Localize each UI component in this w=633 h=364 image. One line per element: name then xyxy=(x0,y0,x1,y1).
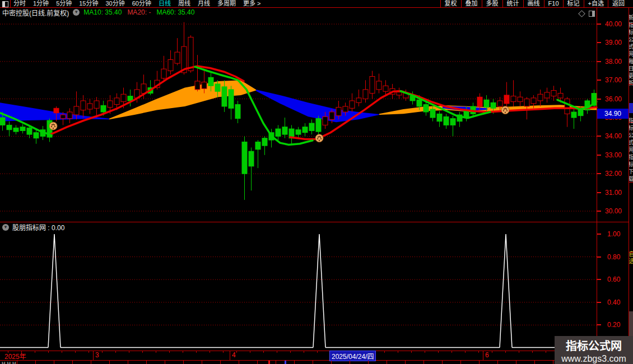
tab-6[interactable]: 日线 xyxy=(159,0,171,7)
date-tick xyxy=(129,351,129,353)
date-tick xyxy=(89,351,89,353)
toolbar-button-7[interactable]: +自选 xyxy=(584,0,608,7)
date-tick xyxy=(156,351,156,353)
date-tick xyxy=(102,351,103,353)
trading-app-window: 分时1分钟5分钟15分钟30分钟60分钟日线周线月线多周期更多 > 复权叠加多股… xyxy=(0,0,633,364)
toolbar-button-8[interactable]: 返回 xyxy=(608,0,629,7)
sub-axis-tick xyxy=(597,302,601,303)
date-tick xyxy=(478,351,479,353)
toolbar-button-0[interactable]: 复权 xyxy=(440,0,461,7)
sub-axis-tick xyxy=(597,279,601,280)
chevron-down-icon[interactable]: ▼ xyxy=(2,224,9,231)
main-axis-tick xyxy=(597,211,601,212)
date-tick xyxy=(438,351,439,353)
main-axis-tick xyxy=(597,136,601,137)
bottom-row-separator xyxy=(109,361,110,364)
bottom-row-separator xyxy=(276,361,276,364)
sub-axis-tick xyxy=(597,256,601,258)
tab-5[interactable]: 60分钟 xyxy=(132,0,151,7)
tab-9[interactable]: 多周期 xyxy=(217,0,236,7)
toolbar-button-3[interactable]: 统计 xyxy=(502,0,523,7)
diamond-icon[interactable] xyxy=(578,10,585,17)
panel-separator[interactable] xyxy=(0,222,629,222)
sub-panel-header: ▼ 股朋指标网 : 0.00 xyxy=(2,223,64,231)
bottom-row-separator xyxy=(460,361,461,364)
main-axis-label: 34.00 xyxy=(605,132,622,140)
date-highlight-box: 2025/04/24/四 xyxy=(329,351,376,361)
bottom-row-separator xyxy=(350,361,350,364)
date-label-4: 6 xyxy=(485,351,489,359)
tab-10[interactable]: 更多 > xyxy=(243,0,260,7)
date-axis: 2025年342025/04/24/四6 xyxy=(0,351,629,360)
tab-1[interactable]: 1分钟 xyxy=(33,0,49,7)
date-tick xyxy=(384,351,385,353)
tab-0[interactable]: 分时 xyxy=(13,0,26,7)
ma-value-2: MA60: 35.40 xyxy=(156,8,194,16)
sub-axis-tick xyxy=(597,324,601,325)
clipped-yellow-text: 自选 xyxy=(629,251,633,265)
main-axis-label: 37.00 xyxy=(605,76,622,84)
main-axis-label: 36.00 xyxy=(605,95,622,103)
date-tick xyxy=(519,351,519,353)
bottom-row-separator xyxy=(368,361,369,364)
bottom-row-separator xyxy=(387,361,387,364)
date-tick xyxy=(452,351,452,353)
bottom-partial-row: HHH xyxy=(0,361,629,364)
bottom-row-separator xyxy=(553,361,553,364)
window-layout-icon[interactable] xyxy=(2,1,8,7)
date-tick xyxy=(35,351,35,353)
tab-8[interactable]: 月线 xyxy=(198,0,210,7)
chart-canvas[interactable] xyxy=(0,0,633,364)
tab-3[interactable]: 15分钟 xyxy=(79,0,98,7)
main-axis-tick xyxy=(597,80,601,81)
toolbar-button-2[interactable]: 多股 xyxy=(482,0,502,7)
split-panel-icon[interactable] xyxy=(589,11,595,17)
bottom-row-separator xyxy=(91,361,91,364)
clipped-vertical-text: 新指标公式网每日更新 xyxy=(629,15,633,87)
sub-axis-label: 0.40 xyxy=(607,298,620,306)
bottom-row-separator xyxy=(442,361,443,364)
date-tick xyxy=(196,351,197,353)
bottom-row-separator xyxy=(128,361,128,364)
date-tick xyxy=(532,351,533,353)
date-tick xyxy=(398,351,398,353)
bottom-row-separator xyxy=(54,361,54,364)
main-axis-label: 33.00 xyxy=(605,151,622,159)
bottom-row-separator xyxy=(183,361,184,364)
date-separator xyxy=(483,351,483,360)
sub-axis-label: 0.20 xyxy=(607,321,620,329)
main-axis-tick xyxy=(597,155,601,156)
main-axis-tick xyxy=(597,192,601,193)
main-axis-label: 40.00 xyxy=(605,20,622,28)
tab-2[interactable]: 5分钟 xyxy=(56,0,72,7)
chevron-down-icon[interactable]: ▼ xyxy=(73,9,80,16)
bottom-row-separator xyxy=(479,361,480,364)
chart-title-row: 中密控股(日线.前复权) ▼ MA10: 35.40MA20: -MA60: 3… xyxy=(2,8,194,17)
date-tick xyxy=(210,351,210,353)
toolbar-button-1[interactable]: 叠加 xyxy=(461,0,482,7)
watermark-title: 指标公式网 xyxy=(555,337,633,353)
date-label-2: 4 xyxy=(232,351,236,359)
date-tick xyxy=(290,351,291,353)
toolbar-button-4[interactable]: 画线 xyxy=(523,0,544,7)
toolbar-button-6[interactable]: 标记 xyxy=(563,0,584,7)
ma-value-1: MA20: - xyxy=(127,8,151,16)
indicator-label: 股朋指标网 : 0.00 xyxy=(12,222,64,232)
date-label-1: 3 xyxy=(95,351,99,359)
toolbar-button-5[interactable]: F10 xyxy=(544,0,563,7)
date-tick xyxy=(250,351,250,353)
tab-7[interactable]: 周线 xyxy=(178,0,190,7)
main-axis-label: 31.00 xyxy=(605,189,622,197)
date-label-0: 2025年 xyxy=(4,351,26,361)
tab-4[interactable]: 30分钟 xyxy=(106,0,125,7)
ma-value-0: MA10: 35.40 xyxy=(83,8,122,16)
bottom-row-separator xyxy=(257,361,258,364)
right-clipped-sidebar: 新指标公式网每日更新 指标公式网指标下载 自选 xyxy=(629,0,633,364)
date-tick xyxy=(425,351,425,353)
date-tick xyxy=(183,351,183,353)
date-tick xyxy=(169,351,170,353)
date-tick xyxy=(465,351,466,353)
main-axis-tick xyxy=(597,173,601,174)
date-tick xyxy=(142,351,143,353)
main-axis-label: 30.00 xyxy=(605,207,622,215)
